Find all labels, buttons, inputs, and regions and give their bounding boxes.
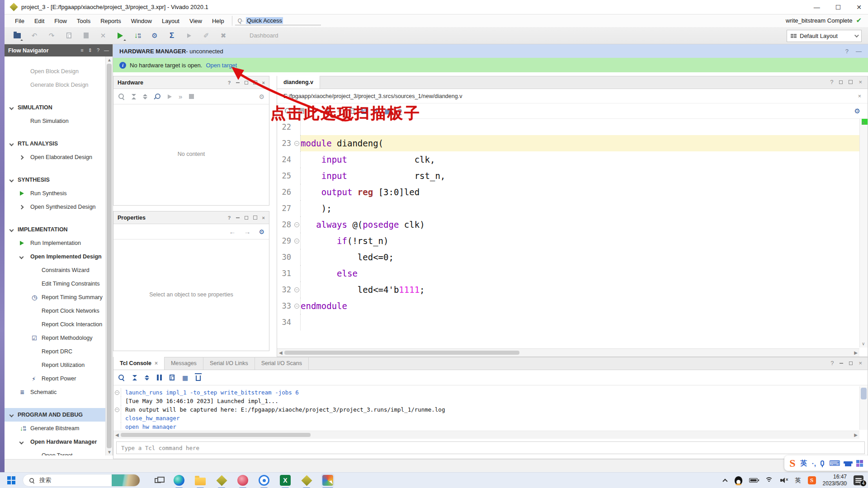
flow-section-synthesis[interactable]: SYNTHESIS (5, 173, 105, 187)
flow-section-simulation[interactable]: SIMULATION (5, 101, 105, 114)
flow-item-edit-timing-constraints[interactable]: Edit Timing Constraints (5, 277, 105, 291)
flow-item-run-implementation[interactable]: Run Implementation (5, 236, 105, 250)
cut-icon[interactable]: ✂ (337, 108, 342, 114)
float-panel-icon[interactable] (253, 216, 257, 220)
tcl-command-input[interactable]: Type a Tcl command here (116, 441, 865, 454)
copy-icon[interactable] (349, 108, 354, 114)
maximize-panel-icon[interactable] (245, 81, 248, 84)
help-icon[interactable]: ? (228, 80, 231, 85)
minimize-panel-icon[interactable]: — (856, 48, 862, 55)
auto-connect-icon[interactable] (154, 93, 161, 100)
clear-console-icon[interactable] (196, 375, 201, 381)
step-icon[interactable]: » (179, 93, 182, 100)
notification-center-button[interactable]: 4 (854, 475, 863, 485)
fold-icon[interactable] (294, 141, 299, 146)
fold-icon[interactable] (115, 390, 119, 395)
redo-icon[interactable]: ↷ (325, 107, 330, 115)
expand-collapse-icon[interactable]: ⇕ (88, 47, 92, 53)
dashboard-label[interactable]: Dashboard (250, 32, 278, 39)
editor-vertical-scrollbar[interactable]: ∧ ∨ (859, 119, 868, 347)
run-status[interactable]: write_bitstream Complete ✔ (786, 16, 862, 24)
flow-item-open-synthesized-design[interactable]: Open Synthesized Design (5, 200, 105, 214)
skin-icon[interactable] (845, 461, 851, 466)
help-icon[interactable]: ? (830, 360, 834, 366)
paste-icon[interactable] (81, 31, 90, 40)
back-icon[interactable]: ← (229, 228, 236, 235)
sogou-logo-icon[interactable]: S (789, 457, 795, 469)
close-panel-icon[interactable]: × (859, 79, 862, 85)
stop-icon[interactable] (189, 94, 194, 99)
code-area[interactable]: 22 23module diandeng( 24 input clk, 25 i… (277, 119, 859, 347)
tab-messages[interactable]: Messages (165, 357, 203, 370)
copy-icon[interactable] (64, 31, 73, 40)
collapse-all-icon[interactable] (132, 375, 137, 380)
edit-properties-icon[interactable]: ✐ (202, 31, 211, 40)
close-button[interactable]: ✕ (856, 4, 862, 11)
collapse-all-icon[interactable] (132, 94, 136, 99)
flow-item-report-clock-interaction[interactable]: Report Clock Interaction (5, 318, 105, 331)
language-mode-icon[interactable]: 英 (800, 459, 807, 468)
hardware-panel-header[interactable]: Hardware ? × (113, 76, 269, 89)
paste-icon[interactable] (362, 108, 367, 114)
flow-item-generate-block-design[interactable]: Generate Block Design (5, 78, 105, 92)
maximize-button[interactable]: ☐ (835, 4, 841, 11)
media-app-icon[interactable] (237, 474, 249, 486)
flow-item-generate-bitstream[interactable]: ↓0110Generate Bitstream (5, 422, 105, 435)
tab-serial-io-links[interactable]: Serial I/O Links (203, 357, 255, 370)
copy-icon[interactable] (170, 375, 175, 380)
vivado-project-app-icon[interactable] (301, 474, 312, 486)
fold-icon[interactable] (294, 239, 299, 244)
open-project-icon[interactable] (13, 31, 22, 40)
menu-file[interactable]: File (10, 16, 29, 26)
cancel-run-icon[interactable] (184, 31, 193, 40)
flow-item-report-power[interactable]: ⚡Report Power (5, 372, 105, 385)
start-button[interactable] (7, 476, 15, 484)
flow-item-constraints-wizard[interactable]: Constraints Wizard (5, 263, 105, 277)
menu-layout[interactable]: Layout (157, 16, 184, 26)
close-panel-icon[interactable]: × (262, 215, 265, 221)
close-icon[interactable]: × (858, 93, 861, 99)
console-horizontal-scrollbar[interactable]: ◀ ▶ (113, 431, 859, 439)
task-view-button[interactable] (152, 474, 164, 486)
help-icon[interactable]: ? (97, 47, 99, 53)
flow-section-implementation[interactable]: IMPLEMENTATION (5, 223, 105, 236)
flow-section-program-and-debug[interactable]: PROGRAM AND DEBUG (5, 408, 105, 422)
flow-item-report-drc[interactable]: Report DRC (5, 345, 105, 358)
menu-window[interactable]: Window (126, 16, 157, 26)
maximize-panel-icon[interactable] (839, 80, 843, 84)
edge-app-icon[interactable] (173, 474, 185, 486)
float-panel-icon[interactable] (849, 80, 853, 84)
undo-icon[interactable]: ↶ (30, 31, 39, 40)
console-log[interactable]: launch_runs impl_1 -to_step write_bitstr… (113, 386, 859, 430)
columns-icon[interactable]: ▦ (182, 374, 188, 381)
menu-edit[interactable]: Edit (29, 16, 49, 26)
help-icon[interactable]: ? (830, 79, 833, 85)
input-language-indicator[interactable]: 英 (795, 476, 801, 484)
discard-icon[interactable]: ✖ (219, 31, 228, 40)
qq-browser-app-icon[interactable] (258, 474, 270, 486)
tab-serial-io-scans[interactable]: Serial I/O Scans (255, 357, 309, 370)
flow-navigator-scrollbar[interactable]: ▲ ▼ (105, 56, 113, 455)
run-icon[interactable] (116, 31, 125, 40)
flow-item-open-hardware-manager[interactable]: Open Hardware Manager (5, 435, 105, 449)
open-target-link[interactable]: Open target (206, 62, 237, 69)
maximize-panel-icon[interactable] (849, 361, 853, 365)
flow-section-rtl-analysis[interactable]: RTL ANALYSIS (5, 137, 105, 150)
report-summary-sigma-icon[interactable]: Σ (167, 31, 176, 40)
flow-item-report-methodology[interactable]: ☑Report Methodology (5, 331, 105, 345)
fold-icon[interactable] (294, 304, 299, 309)
tab-diandeng[interactable]: diandeng.v (277, 76, 320, 89)
close-tab-icon[interactable]: × (155, 360, 158, 366)
settings-gear-icon[interactable]: ⚙ (150, 31, 159, 40)
menu-grid-icon[interactable] (856, 460, 863, 467)
search-icon[interactable] (284, 108, 291, 114)
minimize-panel-icon[interactable]: — (104, 47, 109, 53)
excel-app-icon[interactable]: X (279, 474, 291, 486)
collapse-all-icon[interactable]: ≡ (80, 47, 83, 53)
generate-bitstream-icon[interactable]: ↓0110 (133, 31, 142, 40)
flow-item-open-elaborated-design[interactable]: Open Elaborated Design (5, 150, 105, 164)
settings-gear-icon[interactable]: ⚙ (259, 93, 264, 100)
search-highlight-image[interactable] (112, 474, 140, 486)
editor-horizontal-scrollbar[interactable]: ◀ ▶ (277, 348, 859, 357)
undo-icon[interactable]: ↶ (311, 107, 317, 115)
